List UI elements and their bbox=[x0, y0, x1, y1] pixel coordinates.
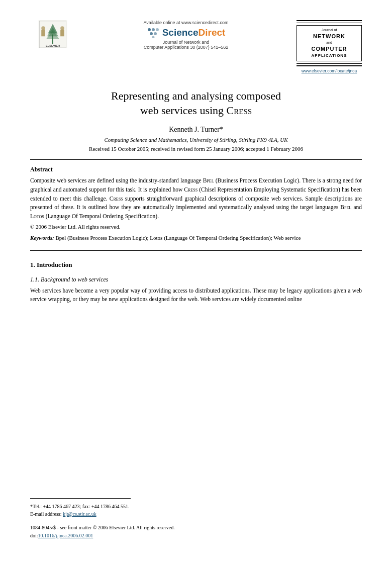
header-lines-bottom bbox=[297, 63, 362, 66]
elsevier-tree-icon: ELSEVIER bbox=[38, 20, 68, 48]
email-label: E-mail address: bbox=[30, 511, 61, 517]
and-word2: and bbox=[353, 204, 362, 210]
svg-rect-6 bbox=[41, 30, 45, 36]
bottom-info: 1084-8045/$ - see front matter © 2006 El… bbox=[30, 524, 362, 540]
keywords-text: Keywords: Bpel (Business Process Executi… bbox=[30, 234, 362, 242]
svg-point-15 bbox=[154, 32, 157, 35]
this-word: this bbox=[116, 186, 125, 193]
journal-box-section: Journal of NETWORK and COMPUTER APPLICAT… bbox=[297, 20, 362, 73]
available-online-text: Available online at www.sciencedirect.co… bbox=[75, 20, 297, 25]
doi-link[interactable]: 10.1016/j.jnca.2006.02.001 bbox=[38, 533, 93, 538]
subsection-1-1-heading: 1.1. Background to web services bbox=[30, 276, 362, 283]
keywords-label: Keywords: bbox=[30, 235, 54, 241]
sciencedirect-dots-icon bbox=[147, 27, 161, 38]
section-1-heading: 1. Introduction bbox=[30, 261, 362, 269]
cress-text2: Cress bbox=[110, 196, 123, 202]
page: ELSEVIER Available online at www.science… bbox=[0, 0, 392, 570]
sciencedirect-header: Available online at www.sciencedirect.co… bbox=[75, 20, 297, 50]
intro-body-text: Web services have become a very popular … bbox=[30, 287, 362, 305]
cress-title-text: Cress bbox=[227, 104, 252, 117]
abstract-divider bbox=[30, 250, 362, 251]
header-lines bbox=[297, 20, 362, 23]
keywords-content: Bpel (Business Process Execution Logic);… bbox=[55, 235, 301, 241]
paper-title: Representing and analysing composed web … bbox=[30, 88, 362, 118]
svg-rect-7 bbox=[60, 30, 64, 36]
svg-point-16 bbox=[152, 36, 154, 39]
elsevier-logo-section: ELSEVIER bbox=[30, 20, 75, 48]
copyright-text: © 2006 Elsevier Ltd. All rights reserved… bbox=[30, 224, 362, 230]
doi-text: doi:10.1016/j.jnca.2006.02.001 bbox=[30, 532, 362, 540]
elsevier-logo: ELSEVIER bbox=[30, 20, 75, 48]
abstract-section: Abstract Composite web services are defi… bbox=[30, 166, 362, 242]
footer-area: *Tel.: +44 1786 467 423; fax: +44 1786 4… bbox=[30, 490, 362, 540]
svg-point-11 bbox=[148, 28, 151, 31]
author-name: Kenneth J. Turner* bbox=[30, 126, 362, 134]
bpel-text2: Bpel bbox=[340, 204, 351, 210]
svg-point-8 bbox=[41, 26, 45, 30]
footnote: *Tel.: +44 1786 467 423; fax: +44 1786 4… bbox=[30, 503, 362, 518]
footnote-tel: *Tel.: +44 1786 467 423; fax: +44 1786 4… bbox=[30, 503, 362, 510]
received-dates: Received 15 October 2005; received in re… bbox=[30, 146, 362, 152]
svg-point-13 bbox=[156, 28, 159, 31]
title-divider bbox=[30, 159, 362, 160]
outlined-word: outlined bbox=[88, 204, 108, 210]
svg-point-14 bbox=[150, 32, 153, 35]
svg-text:ELSEVIER: ELSEVIER bbox=[46, 44, 60, 47]
journal-url[interactable]: www.elsevier.com/locate/jnca bbox=[297, 68, 362, 73]
abstract-text: Composite web services are defined using… bbox=[30, 176, 362, 221]
cress-text: Cress bbox=[184, 186, 198, 193]
email-link[interactable]: kjt@cs.stir.ac.uk bbox=[63, 511, 96, 517]
and-word: and bbox=[209, 204, 217, 210]
footnote-email: E-mail address: kjt@cs.stir.ac.uk bbox=[30, 510, 362, 518]
lotos-text: Lotos bbox=[30, 213, 44, 219]
issn-text: 1084-8045/$ - see front matter © 2006 El… bbox=[30, 524, 362, 532]
title-section: Representing and analysing composed web … bbox=[30, 88, 362, 152]
svg-point-9 bbox=[60, 26, 64, 30]
abstract-label: Abstract bbox=[30, 166, 362, 173]
journal-box: Journal of NETWORK and COMPUTER APPLICAT… bbox=[297, 25, 362, 61]
author-affiliation: Computing Science and Mathematics, Unive… bbox=[30, 137, 362, 143]
journal-name-text: Journal of Network and Computer Applicat… bbox=[75, 40, 297, 50]
bpel-text: Bpel bbox=[203, 177, 214, 183]
sciencedirect-logo-text: ScienceDirect bbox=[162, 27, 226, 38]
header: ELSEVIER Available online at www.science… bbox=[30, 20, 362, 73]
svg-point-12 bbox=[152, 28, 155, 31]
footer-divider bbox=[30, 498, 131, 499]
